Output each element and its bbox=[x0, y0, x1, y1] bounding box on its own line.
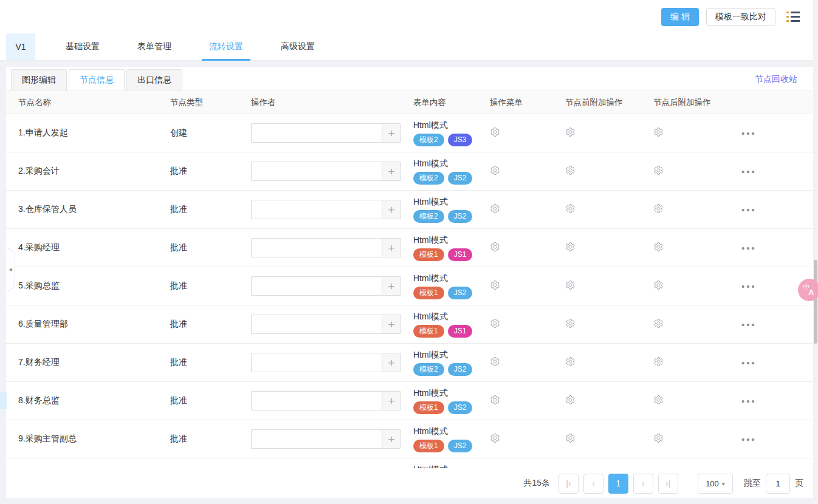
pre-action-gear-icon[interactable] bbox=[565, 127, 576, 137]
template-badge[interactable]: 模板1 bbox=[413, 325, 444, 338]
pre-action-gear-icon[interactable] bbox=[565, 203, 576, 214]
badge-group: 模板1 JS1 bbox=[413, 248, 478, 261]
js-badge[interactable]: JS2 bbox=[448, 363, 473, 376]
action-menu-gear-icon[interactable] bbox=[490, 280, 500, 290]
post-action-gear-icon[interactable] bbox=[653, 318, 664, 329]
node-type-cell: 批准 bbox=[158, 281, 239, 291]
post-action-gear-icon[interactable] bbox=[653, 280, 664, 290]
pre-action-gear-icon[interactable] bbox=[565, 242, 576, 252]
col-form-content: 表单内容 bbox=[401, 97, 478, 108]
subtab-graph-edit[interactable]: 图形编辑 bbox=[11, 69, 67, 90]
pre-action-gear-icon[interactable] bbox=[565, 280, 576, 290]
add-operator-button[interactable]: + bbox=[382, 276, 401, 296]
js-badge[interactable]: JS2 bbox=[448, 287, 473, 299]
post-action-gear-icon[interactable] bbox=[653, 203, 664, 214]
template-badge[interactable]: 模板2 bbox=[413, 134, 444, 146]
more-cell: ••• bbox=[729, 166, 813, 177]
add-operator-button[interactable]: + bbox=[382, 200, 401, 219]
jump-page-input[interactable] bbox=[766, 474, 790, 494]
version-tab[interactable]: V1 bbox=[6, 33, 35, 60]
more-actions-button[interactable]: ••• bbox=[741, 128, 757, 138]
pre-action-gear-icon[interactable] bbox=[565, 395, 576, 405]
action-menu-gear-icon[interactable] bbox=[490, 395, 500, 405]
post-action-gear-icon[interactable] bbox=[653, 395, 664, 405]
template-badge[interactable]: 模板2 bbox=[413, 172, 444, 185]
js-badge[interactable]: JS3 bbox=[448, 134, 473, 146]
post-action-gear-icon[interactable] bbox=[653, 127, 664, 137]
node-recycle-bin-link[interactable]: 节点回收站 bbox=[755, 74, 797, 85]
action-menu-gear-icon[interactable] bbox=[490, 203, 500, 214]
action-menu-gear-icon[interactable] bbox=[490, 433, 500, 443]
action-menu-gear-icon[interactable] bbox=[490, 242, 500, 252]
template-badge[interactable]: 模板2 bbox=[413, 210, 444, 223]
operator-input[interactable] bbox=[251, 391, 382, 410]
more-actions-button[interactable]: ••• bbox=[741, 358, 757, 368]
more-actions-button[interactable]: ••• bbox=[741, 243, 757, 253]
js-badge[interactable]: JS2 bbox=[448, 440, 473, 452]
page-size-select[interactable]: 100 ▾ bbox=[698, 474, 733, 494]
js-badge[interactable]: JS1 bbox=[448, 325, 473, 338]
add-operator-button[interactable]: + bbox=[382, 238, 401, 257]
subtab-node-info[interactable]: 节点信息 bbox=[69, 69, 125, 90]
post-action-gear-icon[interactable] bbox=[653, 356, 664, 367]
current-page-button[interactable]: 1 bbox=[608, 474, 628, 494]
template-compare-button[interactable]: 模板一致比对 bbox=[706, 8, 775, 26]
js-badge[interactable]: JS2 bbox=[448, 210, 473, 223]
js-badge[interactable]: JS1 bbox=[448, 248, 473, 261]
list-menu-icon[interactable] bbox=[786, 12, 800, 22]
action-menu-gear-icon[interactable] bbox=[490, 318, 500, 329]
scrollbar-thumb[interactable] bbox=[814, 260, 817, 344]
more-actions-button[interactable]: ••• bbox=[741, 396, 757, 406]
last-page-button[interactable]: ›| bbox=[658, 474, 678, 494]
action-menu-gear-icon[interactable] bbox=[490, 356, 500, 367]
post-action-gear-icon[interactable] bbox=[653, 242, 664, 252]
more-actions-button[interactable]: ••• bbox=[741, 319, 757, 330]
add-operator-button[interactable]: + bbox=[382, 391, 401, 410]
total-count-label: 共15条 bbox=[523, 478, 550, 489]
pre-action-gear-icon[interactable] bbox=[565, 165, 576, 175]
template-badge[interactable]: 模板1 bbox=[413, 287, 444, 299]
tab-basic-settings[interactable]: 基础设置 bbox=[58, 33, 107, 60]
operator-input[interactable] bbox=[251, 200, 382, 219]
template-badge[interactable]: 模板1 bbox=[413, 401, 444, 414]
post-action-gear-icon[interactable] bbox=[653, 165, 664, 175]
subtab-exit-info[interactable]: 出口信息 bbox=[126, 69, 182, 90]
add-operator-button[interactable]: + bbox=[382, 162, 401, 181]
more-actions-button[interactable]: ••• bbox=[741, 281, 757, 291]
operator-input[interactable] bbox=[251, 162, 382, 181]
template-badge[interactable]: 模板2 bbox=[413, 363, 444, 376]
tab-form-management[interactable]: 表单管理 bbox=[130, 33, 179, 60]
action-menu-gear-icon[interactable] bbox=[490, 165, 500, 175]
template-badge[interactable]: 模板1 bbox=[413, 440, 444, 452]
operator-input[interactable] bbox=[251, 353, 382, 372]
operator-input[interactable] bbox=[251, 123, 382, 143]
tab-advanced-settings[interactable]: 高级设置 bbox=[273, 33, 322, 60]
pre-action-gear-icon[interactable] bbox=[565, 356, 576, 367]
js-badge[interactable]: JS2 bbox=[448, 172, 473, 185]
js-badge[interactable]: JS2 bbox=[448, 401, 473, 414]
add-operator-button[interactable]: + bbox=[382, 353, 401, 372]
operator-input[interactable] bbox=[251, 429, 382, 449]
operator-input[interactable] bbox=[251, 276, 382, 296]
drawer-collapse-handle[interactable]: ◀ bbox=[6, 248, 15, 291]
more-actions-button[interactable]: ••• bbox=[741, 166, 757, 177]
add-operator-button[interactable]: + bbox=[382, 429, 401, 449]
prev-page-button[interactable]: ‹ bbox=[583, 474, 603, 494]
tab-flow-settings[interactable]: 流转设置 bbox=[202, 33, 250, 60]
col-node-type: 节点类型 bbox=[158, 97, 239, 108]
more-actions-button[interactable]: ••• bbox=[741, 434, 757, 444]
translate-float-button[interactable]: 中 A bbox=[798, 279, 818, 301]
more-actions-button[interactable]: ••• bbox=[741, 205, 757, 215]
add-operator-button[interactable]: + bbox=[382, 123, 401, 143]
operator-input[interactable] bbox=[251, 238, 382, 257]
next-page-button[interactable]: › bbox=[633, 474, 653, 494]
first-page-button[interactable]: |‹ bbox=[559, 474, 579, 494]
operator-input[interactable] bbox=[251, 315, 382, 334]
edit-button[interactable]: 编 辑 bbox=[661, 8, 699, 26]
template-badge[interactable]: 模板1 bbox=[413, 248, 444, 261]
pre-action-gear-icon[interactable] bbox=[565, 433, 576, 443]
action-menu-gear-icon[interactable] bbox=[490, 127, 500, 137]
add-operator-button[interactable]: + bbox=[382, 315, 401, 334]
pre-action-gear-icon[interactable] bbox=[565, 318, 576, 329]
post-action-gear-icon[interactable] bbox=[653, 433, 664, 443]
